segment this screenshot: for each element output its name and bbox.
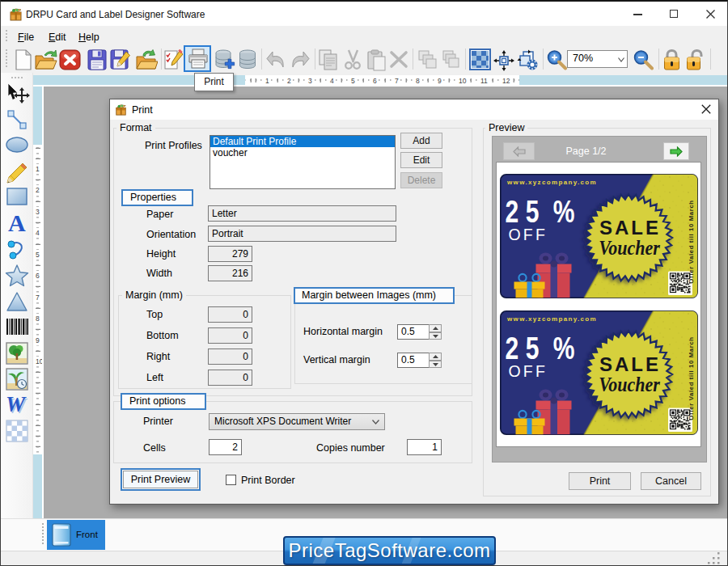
svg-text:SALE: SALE [599, 217, 660, 239]
svg-text:Offer Valed till 10 March: Offer Valed till 10 March [688, 200, 695, 283]
svg-text:www.xyzcompany.com: www.xyzcompany.com [506, 315, 597, 323]
svg-text:www.xyzcompany.com: www.xyzcompany.com [506, 179, 597, 186]
svg-text:SALE: SALE [599, 353, 660, 375]
svg-text:OFF: OFF [508, 226, 548, 243]
svg-text:25%: 25% [505, 194, 574, 228]
svg-text:Voucher: Voucher [599, 237, 661, 260]
svg-text:Offer Valed till 10 March: Offer Valed till 10 March [688, 336, 695, 420]
svg-text:Voucher: Voucher [599, 374, 661, 396]
svg-text:25%: 25% [505, 331, 574, 365]
svg-text:OFF: OFF [508, 362, 548, 380]
